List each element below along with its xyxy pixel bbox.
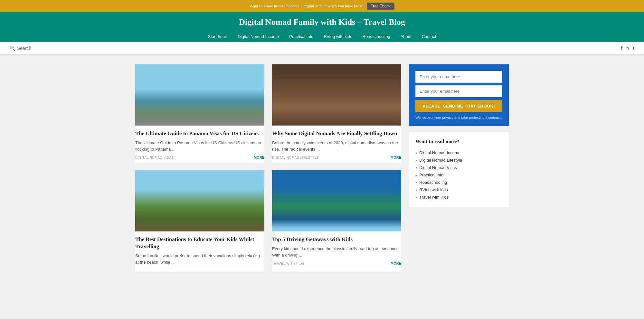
email-input[interactable] <box>415 85 502 97</box>
nav-item-practical-info[interactable]: Practical Info <box>284 31 318 42</box>
post-card-footer: DIGITAL NOMAD VISAS MORE <box>135 155 264 159</box>
nav-item-about[interactable]: About <box>395 31 417 42</box>
widget-list-item: Digital Nomad Income <box>415 149 502 156</box>
send-ebook-button[interactable]: PLEASE, SEND ME THAT EBOOK! <box>415 100 502 112</box>
main-nav: Start here!Digital Nomad IncomePractical… <box>6 31 638 42</box>
post-card-footer: TRAVEL WITH KIDS MORE <box>272 261 401 265</box>
post-category: DIGITAL NOMAD LIFESTYLE <box>272 156 319 159</box>
facebook-icon[interactable]: f <box>621 45 622 51</box>
widget-list: Digital Nomad IncomeDigital Nomad Lifest… <box>415 149 502 201</box>
site-header: Digital Nomad Family with Kids – Travel … <box>0 12 644 42</box>
post-card: Top 5 Driving Getaways with Kids Every k… <box>272 170 401 272</box>
widget-list-item: Digital Nomad Visas <box>415 164 502 171</box>
post-image <box>272 64 401 126</box>
search-bar-row: 🔍 f p t <box>0 42 644 55</box>
post-excerpt: Every kid should experience the classic … <box>272 246 401 258</box>
widget-list-item: RVing with kids <box>415 186 502 193</box>
main-content: The Ultimate Guide to Panama Visas for U… <box>129 64 515 272</box>
search-input[interactable] <box>17 46 81 51</box>
widget-list-item: Digital Nomad Lifestyle <box>415 156 502 164</box>
site-title: Digital Nomad Family with Kids – Travel … <box>6 17 638 27</box>
post-more-link[interactable]: MORE <box>254 155 264 159</box>
widget-link[interactable]: Roadschooling <box>419 180 447 185</box>
post-card: Why Some Digital Nomads Are Finally Sett… <box>272 64 401 163</box>
widget-list-item: Roadschooling <box>415 179 502 186</box>
name-input[interactable] <box>415 71 502 83</box>
post-excerpt: Before the cataclysmic events of 2020, d… <box>272 140 401 152</box>
pinterest-icon[interactable]: p <box>627 45 629 51</box>
widget-link[interactable]: Digital Nomad Lifestyle <box>419 158 462 163</box>
post-excerpt: Some families would prefer to spend thei… <box>135 253 264 265</box>
post-excerpt: The Ultimate Guide to Panama Visas for U… <box>135 140 264 152</box>
free-ebook-button[interactable]: Free Ebook <box>367 3 394 10</box>
nav-item-roadschooling[interactable]: Roadschooling <box>357 31 395 42</box>
sidebar: PLEASE, SEND ME THAT EBOOK! We respect y… <box>409 64 509 272</box>
post-card: The Best Destinations to Educate Your Ki… <box>135 170 264 272</box>
top-banner: Want to know how to become a digital nom… <box>0 0 644 12</box>
post-card-body: The Best Destinations to Educate Your Ki… <box>135 231 264 272</box>
widget-list-item: Practical Info <box>415 171 502 179</box>
widget-list-item: Travel with Kids <box>415 193 502 201</box>
social-icons: f p t <box>621 45 634 51</box>
twitter-icon[interactable]: t <box>633 45 634 51</box>
post-category: DIGITAL NOMAD VISAS <box>135 156 174 159</box>
post-title: The Ultimate Guide to Panama Visas for U… <box>135 130 264 137</box>
nav-item-rving-with-kids[interactable]: RVing with kids <box>318 31 357 42</box>
post-image <box>135 64 264 126</box>
post-title: Why Some Digital Nomads Are Finally Sett… <box>272 130 401 137</box>
post-card: The Ultimate Guide to Panama Visas for U… <box>135 64 264 163</box>
widget-link[interactable]: Digital Nomad Visas <box>419 165 457 170</box>
widget-title: Want to read more? <box>415 139 502 145</box>
post-card-body: The Ultimate Guide to Panama Visas for U… <box>135 126 264 163</box>
email-signup-box: PLEASE, SEND ME THAT EBOOK! We respect y… <box>409 64 509 126</box>
widget-link[interactable]: Travel with Kids <box>419 195 449 200</box>
search-bar: 🔍 <box>10 46 81 51</box>
post-card-footer: DIGITAL NOMAD LIFESTYLE MORE <box>272 155 401 159</box>
nav-item-start-here![interactable]: Start here! <box>203 31 233 42</box>
nav-item-digital-nomad-income[interactable]: Digital Nomad Income <box>232 31 284 42</box>
post-grid: The Ultimate Guide to Panama Visas for U… <box>135 64 401 272</box>
widget-link[interactable]: RVing with kids <box>419 187 448 192</box>
search-icon: 🔍 <box>10 46 15 51</box>
post-image <box>272 170 401 231</box>
post-image <box>135 170 264 231</box>
widget-link[interactable]: Digital Nomad Income <box>419 150 460 155</box>
banner-text: Want to know how to become a digital nom… <box>250 4 363 9</box>
privacy-text: We respect your privacy and take protect… <box>415 116 502 119</box>
post-title: Top 5 Driving Getaways with Kids <box>272 236 401 243</box>
post-more-link[interactable]: MORE <box>391 261 401 265</box>
post-category: TRAVEL WITH KIDS <box>272 262 304 265</box>
post-more-link[interactable]: MORE <box>391 155 401 159</box>
post-title: The Best Destinations to Educate Your Ki… <box>135 236 264 250</box>
post-card-body: Why Some Digital Nomads Are Finally Sett… <box>272 126 401 163</box>
post-card-body: Top 5 Driving Getaways with Kids Every k… <box>272 231 401 268</box>
nav-item-contact[interactable]: Contact <box>417 31 441 42</box>
widget-link[interactable]: Practical Info <box>419 173 443 177</box>
read-more-widget: Want to read more? Digital Nomad IncomeD… <box>409 132 509 207</box>
